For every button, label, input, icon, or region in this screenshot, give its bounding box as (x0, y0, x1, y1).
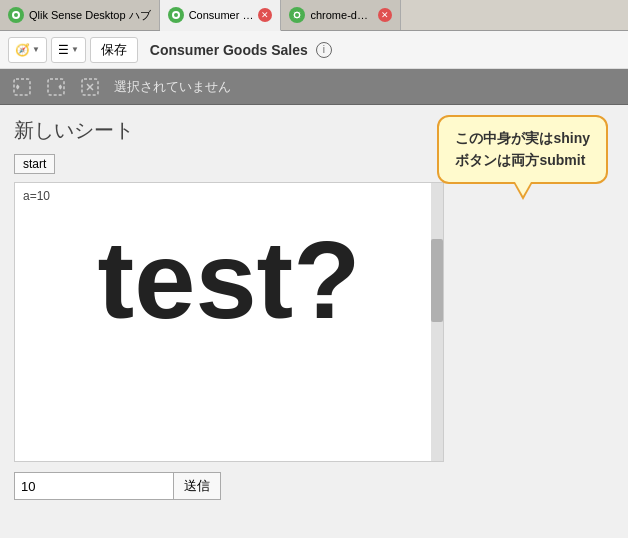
shiny-content-box: a=10 test? (14, 182, 444, 462)
tab-close-chrome[interactable]: ✕ (378, 8, 392, 22)
list-button[interactable]: ☰ ▼ (51, 37, 86, 63)
tab-label-qlik: Qlik Sense Desktop ハブ (29, 8, 151, 23)
nav-dropdown-arrow: ▼ (32, 45, 40, 54)
tab-consumer[interactable]: Consumer … ✕ (160, 0, 282, 31)
selection-forward-button[interactable] (42, 74, 70, 100)
list-dropdown-arrow: ▼ (71, 45, 79, 54)
tab-qlik-desktop[interactable]: Qlik Sense Desktop ハブ (0, 0, 160, 30)
selection-bar: 選択されていません (0, 69, 628, 105)
nav-button[interactable]: 🧭 ▼ (8, 37, 47, 63)
scrollbar[interactable] (431, 183, 443, 461)
tab-icon-chrome (289, 7, 305, 23)
app-title: Consumer Goods Sales (150, 42, 308, 58)
tab-icon-consumer (168, 7, 184, 23)
callout-line2: ボタンは両方submit (455, 149, 590, 171)
input-row: 送信 (14, 472, 614, 500)
callout-tooltip: この中身が実はshiny ボタンは両方submit (437, 115, 608, 184)
widget-area: start a=10 test? 送信 (14, 154, 614, 500)
no-selection-text: 選択されていません (114, 78, 231, 96)
main-area: 新しいシート この中身が実はshiny ボタンは両方submit start a… (0, 105, 628, 538)
svg-point-5 (295, 13, 299, 17)
save-button[interactable]: 保存 (90, 37, 138, 63)
svg-point-1 (14, 13, 18, 17)
scroll-thumb[interactable] (431, 239, 443, 322)
shiny-label: a=10 (15, 183, 443, 205)
tab-close-consumer[interactable]: ✕ (258, 8, 272, 22)
toolbar: 🧭 ▼ ☰ ▼ 保存 Consumer Goods Sales i (0, 31, 628, 69)
svg-point-3 (174, 13, 178, 17)
tab-icon-qlik (8, 7, 24, 23)
selection-back-button[interactable] (8, 74, 36, 100)
number-input[interactable] (14, 472, 174, 500)
tab-chrome[interactable]: chrome-d… ✕ (281, 0, 401, 30)
tab-label-chrome: chrome-d… (310, 9, 373, 21)
start-button[interactable]: start (14, 154, 55, 174)
callout-line1: この中身が実はshiny (455, 127, 590, 149)
tab-bar: Qlik Sense Desktop ハブ Consumer … ✕ chrom… (0, 0, 628, 31)
list-icon: ☰ (58, 43, 69, 57)
tab-label-consumer: Consumer … (189, 9, 254, 21)
compass-icon: 🧭 (15, 43, 30, 57)
selection-clear-button[interactable] (76, 74, 104, 100)
test-display-text: test? (15, 205, 443, 355)
info-icon[interactable]: i (316, 42, 332, 58)
submit-button[interactable]: 送信 (174, 472, 221, 500)
